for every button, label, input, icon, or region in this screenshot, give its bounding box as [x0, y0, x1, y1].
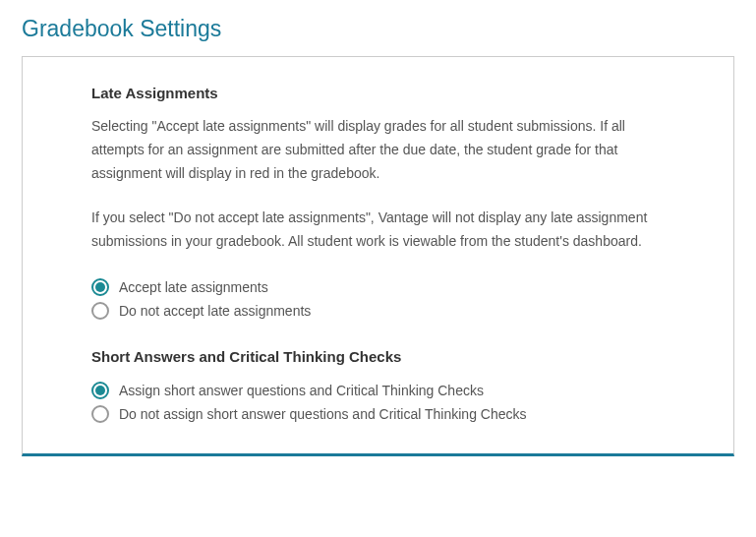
radio-reject-late[interactable]: Do not accept late assignments [91, 299, 665, 323]
radio-accept-late[interactable]: Accept late assignments [91, 275, 665, 299]
late-assignments-description-1: Selecting "Accept late assignments" will… [91, 115, 665, 185]
radio-label: Do not accept late assignments [119, 303, 311, 319]
settings-card: Late Assignments Selecting "Accept late … [22, 56, 734, 456]
radio-icon [91, 382, 109, 399]
radio-icon [91, 405, 109, 423]
radio-icon [91, 302, 109, 320]
radio-noassign-short[interactable]: Do not assign short answer questions and… [91, 402, 665, 426]
short-answers-heading: Short Answers and Critical Thinking Chec… [91, 348, 665, 365]
page-title: Gradebook Settings [22, 16, 734, 42]
late-assignments-description-2: If you select "Do not accept late assign… [91, 207, 665, 254]
late-assignments-heading: Late Assignments [91, 85, 665, 101]
radio-label: Accept late assignments [119, 279, 268, 295]
radio-assign-short[interactable]: Assign short answer questions and Critic… [91, 379, 665, 402]
radio-label: Assign short answer questions and Critic… [119, 383, 484, 398]
radio-label: Do not assign short answer questions and… [119, 406, 527, 422]
radio-icon [91, 278, 109, 296]
